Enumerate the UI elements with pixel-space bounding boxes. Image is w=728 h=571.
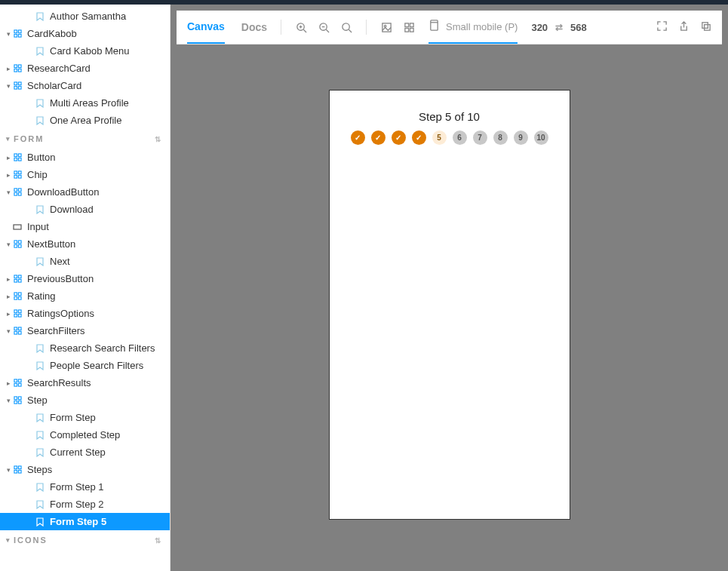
svg-rect-74	[702, 23, 708, 29]
tree-item[interactable]: ▾ScholarCard	[0, 77, 170, 94]
caret-closed-icon[interactable]: ▸	[5, 379, 12, 387]
tree-item[interactable]: One Area Profile	[0, 112, 170, 129]
step-dot[interactable]: 9	[514, 130, 528, 145]
svg-rect-45	[14, 379, 17, 382]
svg-rect-7	[18, 69, 21, 72]
caret-closed-icon[interactable]: ▸	[5, 65, 12, 72]
tree-item-label: ResearchCard	[27, 63, 91, 74]
svg-rect-17	[18, 171, 21, 174]
caret-closed-icon[interactable]: ▸	[5, 154, 12, 161]
tree-item[interactable]: Form Step	[0, 409, 170, 426]
tab-canvas[interactable]: Canvas	[187, 11, 225, 44]
fullscreen-icon[interactable]	[656, 20, 668, 34]
caret-open-icon[interactable]: ▾	[5, 466, 12, 474]
svg-rect-31	[14, 279, 17, 282]
caret-closed-icon[interactable]: ▸	[5, 171, 12, 179]
component-icon	[12, 274, 23, 284]
width-value[interactable]: 320	[531, 22, 548, 33]
tree-item[interactable]: ▾Step	[0, 391, 170, 409]
tree-item-label: Input	[27, 221, 49, 232]
step-dot[interactable]: ✓	[392, 130, 406, 145]
swap-dimensions-icon[interactable]: ⇄	[555, 22, 563, 32]
tree-item[interactable]: ▸Rating	[0, 287, 170, 305]
tree-item[interactable]: Form Step 5	[0, 513, 170, 530]
tree-item[interactable]: ▸ResearchCard	[0, 60, 170, 77]
tree-item[interactable]: ▸PreviousButton	[0, 270, 170, 287]
bookmark-icon	[35, 448, 45, 457]
tree-item[interactable]: ▸SearchResults	[0, 374, 170, 391]
svg-rect-39	[14, 314, 17, 317]
share-icon[interactable]	[678, 20, 690, 34]
caret-open-icon[interactable]: ▾	[5, 30, 12, 38]
tree-item[interactable]: Next	[0, 253, 170, 270]
zoom-reset-icon[interactable]	[340, 21, 352, 33]
svg-rect-5	[18, 65, 21, 68]
tree-item[interactable]: Input	[0, 218, 170, 235]
tree-item[interactable]: Form Step 2	[0, 496, 170, 513]
tree-item[interactable]: ▸RatingsOptions	[0, 305, 170, 322]
zoom-out-icon[interactable]	[318, 21, 330, 33]
grid-icon[interactable]	[403, 21, 415, 33]
component-icon	[12, 29, 23, 39]
copy-icon[interactable]	[700, 20, 711, 34]
tree-item[interactable]: ▸Chip	[0, 166, 170, 183]
step-dot[interactable]: ✓	[371, 130, 386, 145]
svg-rect-15	[18, 158, 21, 161]
tree-item[interactable]: Download	[0, 201, 170, 218]
component-icon	[12, 170, 23, 180]
svg-rect-43	[14, 331, 17, 334]
tree-item[interactable]: People Search Filters	[0, 357, 170, 374]
tree-item-label: Button	[27, 152, 56, 163]
step-dot[interactable]: 10	[534, 130, 548, 145]
caret-open-icon[interactable]: ▾	[5, 397, 12, 404]
caret-open-icon[interactable]: ▾	[5, 327, 12, 335]
caret-closed-icon[interactable]: ▸	[5, 275, 12, 283]
tree-item[interactable]: Research Search Filters	[0, 339, 170, 357]
tree-item-label: NextButton	[27, 238, 75, 250]
svg-rect-27	[14, 244, 17, 247]
svg-rect-29	[14, 275, 17, 278]
caret-closed-icon[interactable]: ▸	[5, 310, 12, 318]
tree-item[interactable]: Author Samantha	[0, 8, 170, 25]
svg-rect-13	[18, 154, 21, 157]
tree-item[interactable]: Completed Step	[0, 426, 170, 444]
sort-icon[interactable]: ⇅	[155, 536, 162, 545]
tree-item[interactable]: Current Step	[0, 444, 170, 461]
tree-item[interactable]: ▾CardKabob	[0, 25, 170, 42]
tree-item-label: One Area Profile	[50, 115, 121, 126]
step-dot[interactable]: 6	[453, 130, 467, 145]
tree-item[interactable]: Form Step 1	[0, 478, 170, 496]
tree-item[interactable]: Multi Areas Profile	[0, 94, 170, 112]
tree-item[interactable]: ▾SearchFilters	[0, 322, 170, 339]
caret-open-icon[interactable]: ▾	[5, 241, 12, 248]
bookmark-icon	[35, 517, 45, 526]
step-dot[interactable]: ✓	[351, 130, 365, 145]
svg-rect-34	[18, 293, 21, 296]
step-dot[interactable]: 5	[432, 130, 447, 145]
section-header-icons[interactable]: ▾ICONS⇅	[0, 530, 170, 550]
tree-item[interactable]: ▾Steps	[0, 461, 170, 478]
svg-rect-25	[14, 241, 17, 244]
step-dot[interactable]: 7	[473, 130, 487, 145]
caret-open-icon[interactable]: ▾	[5, 82, 12, 90]
height-value[interactable]: 568	[570, 22, 587, 33]
section-header-form[interactable]: ▾FORM⇅	[0, 129, 170, 149]
background-icon[interactable]	[380, 21, 392, 33]
tree-item[interactable]: ▾DownloadButton	[0, 183, 170, 201]
zoom-in-icon[interactable]	[295, 21, 307, 33]
canvas-area[interactable]: Step 5 of 10 ✓✓✓✓5678910	[170, 45, 728, 571]
caret-closed-icon[interactable]: ▸	[5, 293, 12, 300]
viewport-selector[interactable]: Small mobile (P)	[429, 11, 518, 44]
svg-rect-3	[18, 34, 21, 37]
tree-item-label: Research Search Filters	[50, 342, 155, 354]
section-title: ICONS	[14, 536, 48, 545]
step-dot[interactable]: 8	[493, 130, 508, 145]
tree-item[interactable]: ▾NextButton	[0, 235, 170, 253]
tab-docs[interactable]: Docs	[241, 11, 267, 44]
tree-item[interactable]: Card Kabob Menu	[0, 42, 170, 60]
svg-rect-68	[404, 23, 408, 26]
step-dot[interactable]: ✓	[412, 130, 426, 145]
caret-open-icon[interactable]: ▾	[5, 189, 12, 196]
sort-icon[interactable]: ⇅	[155, 135, 162, 143]
tree-item[interactable]: ▸Button	[0, 149, 170, 166]
